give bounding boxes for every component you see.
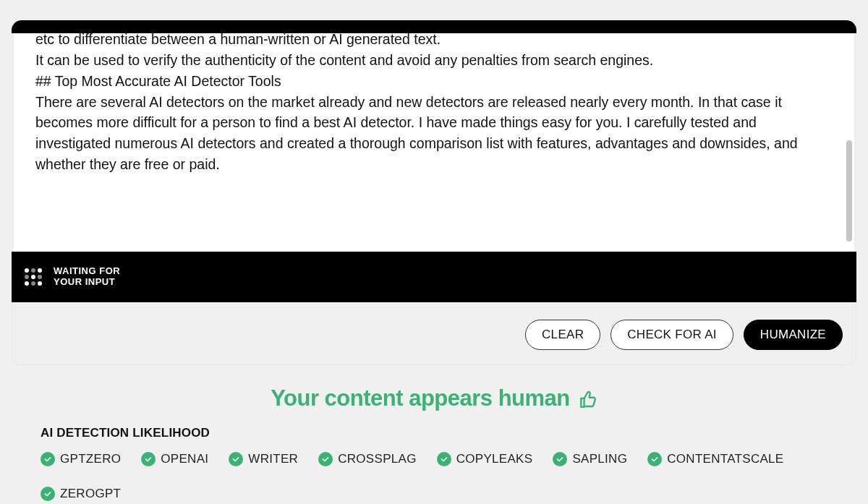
check-icon (437, 452, 451, 466)
detector-zerogpt: ZEROGPT (41, 487, 121, 501)
editor-heading: ## Top Most Accurate AI Detector Tools (35, 71, 821, 92)
result-headline-text: Your content appears human (271, 385, 570, 411)
humanize-button[interactable]: HUMANIZE (744, 320, 843, 350)
detector-label: OPENAI (161, 452, 208, 466)
status-bar: WAITING FOR YOUR INPUT (12, 252, 856, 302)
detector-copyleaks: COPYLEAKS (437, 452, 533, 466)
scrollbar-thumb[interactable] (846, 140, 852, 242)
editor-para-2: It can be used to verify the authenticit… (35, 50, 821, 71)
editor-line-partial: etc to differentiate between a human-wri… (35, 33, 821, 50)
editor-para-3: There are several AI detectors on the ma… (35, 92, 821, 175)
detector-crossplag: CROSSPLAG (318, 452, 417, 466)
action-buttons: CLEAR CHECK FOR AI HUMANIZE (12, 302, 856, 365)
detector-openai: OPENAI (141, 452, 208, 466)
detector-contentatscale: CONTENTATSCALE (647, 452, 783, 466)
text-editor[interactable]: etc to differentiate between a human-wri… (12, 33, 856, 252)
detector-label: SAPLING (572, 452, 627, 466)
detector-label: CONTENTATSCALE (667, 452, 783, 466)
detector-writer: WRITER (229, 452, 298, 466)
check-icon (553, 452, 567, 466)
detector-gptzero: GPTZERO (41, 452, 121, 466)
detector-sapling: SAPLING (553, 452, 627, 466)
thumbs-up-icon (579, 389, 597, 408)
check-icon (318, 452, 333, 466)
loading-dots-icon (25, 268, 42, 286)
detector-row: GPTZEROOPENAIWRITERCROSSPLAGCOPYLEAKSSAP… (41, 452, 827, 501)
editor-content[interactable]: etc to differentiate between a human-wri… (14, 33, 854, 252)
result-headline: Your content appears human (41, 385, 827, 411)
status-line2: YOUR INPUT (54, 277, 120, 288)
result-section: Your content appears human AI DETECTION … (0, 365, 868, 504)
status-line1: WAITING FOR (54, 266, 120, 277)
check-icon (141, 452, 156, 466)
detector-label: ZEROGPT (60, 487, 121, 501)
status-text: WAITING FOR YOUR INPUT (54, 266, 120, 288)
detector-label: COPYLEAKS (456, 452, 533, 466)
likelihood-label: AI DETECTION LIKELIHOOD (41, 426, 827, 440)
check-for-ai-button[interactable]: CHECK FOR AI (610, 320, 733, 350)
detector-label: CROSSPLAG (338, 452, 417, 466)
check-icon (229, 452, 243, 466)
check-icon (647, 452, 662, 466)
check-icon (41, 487, 55, 501)
check-icon (41, 452, 55, 466)
card-top-border (12, 20, 856, 33)
detector-label: GPTZERO (60, 452, 121, 466)
detector-label: WRITER (248, 452, 298, 466)
clear-button[interactable]: CLEAR (525, 320, 600, 350)
